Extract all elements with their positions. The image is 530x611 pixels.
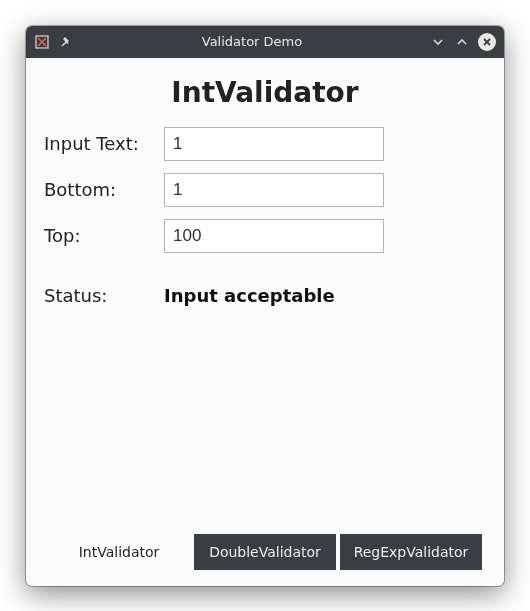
minimize-icon[interactable] [430, 34, 446, 50]
label-status: Status: [44, 285, 164, 306]
tab-regexp-validator[interactable]: RegExpValidator [340, 534, 482, 570]
pin-icon[interactable] [58, 34, 74, 50]
top-field[interactable] [164, 219, 384, 253]
row-bottom: Bottom: [44, 173, 486, 207]
label-input-text: Input Text: [44, 133, 164, 154]
page-title: IntValidator [44, 76, 486, 109]
label-bottom: Bottom: [44, 179, 164, 200]
titlebar: Validator Demo [26, 26, 504, 58]
window-title: Validator Demo [74, 34, 430, 49]
row-top: Top: [44, 219, 486, 253]
row-status: Status: Input acceptable [44, 285, 486, 306]
label-top: Top: [44, 225, 164, 246]
status-value: Input acceptable [164, 285, 335, 306]
tab-int-validator[interactable]: IntValidator [48, 534, 190, 570]
tab-bar: IntValidator DoubleValidator RegExpValid… [44, 534, 486, 574]
bottom-field[interactable] [164, 173, 384, 207]
input-text-field[interactable] [164, 127, 384, 161]
tab-double-validator[interactable]: DoubleValidator [194, 534, 336, 570]
app-window: Validator Demo IntValidator Input Text: … [26, 26, 504, 586]
row-input-text: Input Text: [44, 127, 486, 161]
maximize-icon[interactable] [454, 34, 470, 50]
close-icon[interactable] [478, 33, 496, 51]
content-area: IntValidator Input Text: Bottom: Top: St… [26, 58, 504, 586]
app-menu-icon[interactable] [34, 34, 50, 50]
